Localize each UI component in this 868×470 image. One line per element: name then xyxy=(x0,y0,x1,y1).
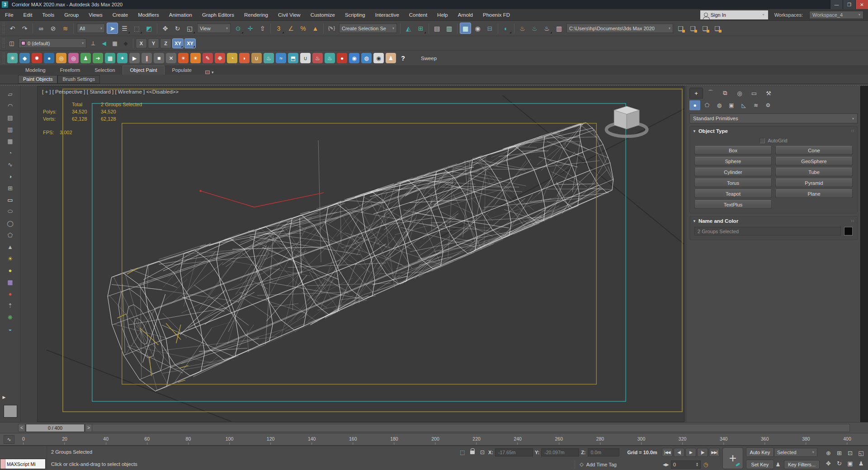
name-color-header[interactable]: ▼ Name and Color ∷ xyxy=(690,216,857,226)
keyboard-shortcut-override-icon[interactable]: ⇧ xyxy=(257,23,268,34)
menu-customize[interactable]: Customize xyxy=(306,9,340,21)
layer-dropdown[interactable]: 0 (default) ▾ xyxy=(19,38,86,48)
primitive-button-geosphere[interactable]: GeoSphere xyxy=(775,157,853,165)
minimize-button[interactable]: — xyxy=(830,0,843,9)
x-coordinate-field[interactable]: -17.65m xyxy=(495,448,533,456)
coffee-cup-icon[interactable]: ∪ xyxy=(251,53,262,63)
primitive-button-teapot[interactable]: Teapot xyxy=(694,189,772,198)
teapot-teal-icon[interactable]: ♨ xyxy=(325,53,335,63)
add-to-layer-icon[interactable]: ◀ xyxy=(99,38,109,48)
sun-icon[interactable]: ☀ xyxy=(5,253,16,264)
bind-to-space-warp-icon[interactable]: ≋ xyxy=(60,23,71,34)
maximize-viewport-icon[interactable]: ▣ xyxy=(845,459,855,469)
play-button[interactable]: ▶ xyxy=(685,448,696,457)
delete-sim-button[interactable]: ✕ xyxy=(166,53,176,63)
selection-brackets-icon[interactable]: ⬚ xyxy=(458,448,467,456)
mini-curve-editor-icon[interactable]: ∿ xyxy=(4,435,14,444)
reference-coordinate-dropdown[interactable]: View▾ xyxy=(197,24,231,33)
next-frame-button[interactable]: |▶ xyxy=(697,448,708,457)
cp-tab-modify[interactable]: ⌒ xyxy=(704,88,717,99)
help-icon[interactable]: ? xyxy=(398,53,408,63)
select-and-rotate-icon[interactable]: ↻ xyxy=(172,23,183,34)
foliage-icon[interactable]: ❋ xyxy=(5,312,16,323)
perspective-viewport[interactable]: [ + ] [ Perspective ] [ Standard ] [ Wir… xyxy=(37,86,684,422)
schematic-view-icon[interactable]: ⊟ xyxy=(484,23,495,34)
cp-tab-hierarchy[interactable]: ⧉ xyxy=(718,88,732,99)
edit-named-selection-sets-icon[interactable]: {✎} xyxy=(326,23,337,34)
select-in-layer-icon[interactable]: ▦ xyxy=(110,38,120,48)
teapot-sim-icon[interactable]: ♨ xyxy=(264,53,274,63)
spray-icon[interactable]: ⇡ xyxy=(5,300,16,311)
curve-editor-icon[interactable]: ◉ xyxy=(472,23,483,34)
primitive-button-torus[interactable]: Torus xyxy=(694,179,772,187)
layer-properties-icon[interactable]: ◆ xyxy=(121,38,131,48)
time-slider-track[interactable] xyxy=(92,424,850,432)
set-key-button[interactable]: Set Key xyxy=(746,460,774,469)
axis-constraint-xy[interactable]: XY xyxy=(172,38,184,48)
sphere-red-icon[interactable]: ● xyxy=(337,53,347,63)
gauge-icon[interactable]: ◔ xyxy=(227,53,237,63)
go-to-start-button[interactable]: |◀◀ xyxy=(662,448,673,457)
ribbon-expand-arrow[interactable]: ▶ xyxy=(1,394,7,400)
snap-toggle-3d-icon[interactable]: 3 xyxy=(273,23,284,34)
render-gallery-icon[interactable]: ▥ xyxy=(553,23,565,34)
brush-red-icon[interactable]: ✎ xyxy=(203,53,213,63)
modifier-list-icon[interactable]: ▤ xyxy=(5,112,16,123)
cat-spacewarps-icon[interactable]: ≋ xyxy=(750,100,761,110)
mirror-icon[interactable]: ◭ xyxy=(403,23,414,34)
autogrid-checkbox[interactable] xyxy=(760,138,765,143)
pan-icon[interactable]: ✥ xyxy=(823,459,834,469)
lattice-icon[interactable]: ⊞ xyxy=(5,183,16,193)
walkthrough-icon[interactable]: ♟ xyxy=(856,459,866,469)
use-pivot-point-center-icon[interactable]: ⊙ xyxy=(232,23,244,34)
selection-filter-dropdown[interactable]: All▾ xyxy=(77,24,105,33)
subtab-paint-objects[interactable]: Paint Objects xyxy=(18,75,57,84)
select-object-icon[interactable]: ➤ xyxy=(107,23,118,34)
previous-frame-button[interactable]: ◀| xyxy=(674,448,684,457)
orbit-icon[interactable]: ↻ xyxy=(834,459,844,469)
cp-tab-display[interactable]: ▭ xyxy=(747,88,761,99)
primitive-button-tube[interactable]: Tube xyxy=(775,168,853,176)
render-production-icon[interactable]: ♨ xyxy=(541,23,552,34)
tab-populate[interactable]: Populate xyxy=(165,66,198,75)
current-frame-field[interactable]: 0 ▲▼ xyxy=(671,461,701,469)
cp-tab-create[interactable]: + xyxy=(689,88,703,99)
cone-tool-icon[interactable]: ▲ xyxy=(5,241,16,252)
menu-edit[interactable]: Edit xyxy=(19,9,38,21)
toggle-scene-explorer-icon[interactable]: ▤ xyxy=(431,23,443,34)
object-name-field[interactable]: 2 Groups Selected xyxy=(694,227,841,235)
spinner-arrows-icon[interactable]: ▲▼ xyxy=(696,462,698,467)
globe-icon[interactable]: ◍ xyxy=(361,53,372,63)
absolute-offset-icon[interactable]: ⊡ xyxy=(478,448,486,456)
project-folder-icon-3[interactable]: ❏ xyxy=(699,23,711,34)
foam-icon[interactable]: ∪ xyxy=(300,53,311,63)
cat-lights-icon[interactable]: ◍ xyxy=(714,100,725,110)
circle-tool-icon[interactable]: ◯ xyxy=(5,218,16,229)
stop-sim-button[interactable]: ■ xyxy=(154,53,164,63)
select-and-move-icon[interactable]: ✥ xyxy=(160,23,171,34)
object-color-swatch[interactable] xyxy=(844,227,853,235)
tab-object-paint[interactable]: Object Paint xyxy=(123,66,165,75)
liquid-sim-icon[interactable]: ◆ xyxy=(19,53,30,63)
ellipse-tool-icon[interactable]: ⬭ xyxy=(5,206,16,217)
clock-icon[interactable]: ◔ xyxy=(5,147,16,158)
zoom-all-icon[interactable]: ⊞ xyxy=(834,448,844,458)
rectangular-selection-region-icon[interactable]: ⬚ xyxy=(131,23,142,34)
red-sphere-icon[interactable]: ● xyxy=(5,288,16,299)
edit-spline-icon[interactable]: ◠ xyxy=(5,100,16,111)
pause-sim-button[interactable]: ∥ xyxy=(142,53,152,63)
project-folder-icon-1[interactable]: ❏ xyxy=(675,23,686,34)
key-filters-button[interactable]: Key Filters... xyxy=(784,460,820,469)
simulate-icon[interactable]: ✦ xyxy=(117,53,127,63)
primitive-button-box[interactable]: Box xyxy=(694,146,772,155)
menu-file[interactable]: File xyxy=(0,9,19,21)
cat-shapes-icon[interactable]: ⬠ xyxy=(702,100,712,110)
rendered-frame-window-icon[interactable]: ♨ xyxy=(529,23,540,34)
project-folder-icon-4[interactable]: ❏ xyxy=(712,23,723,34)
time-slider-handle[interactable]: 0 / 400 xyxy=(26,424,85,432)
paint-red-icon[interactable]: ❉ xyxy=(215,53,225,63)
go-to-end-button[interactable]: ▶▶| xyxy=(709,448,720,457)
add-time-tag-button[interactable]: ◇ Add Time Tag xyxy=(580,461,617,467)
play-sim-button[interactable]: ▶ xyxy=(129,53,140,63)
cat-helpers-icon[interactable]: ◺ xyxy=(738,100,749,110)
